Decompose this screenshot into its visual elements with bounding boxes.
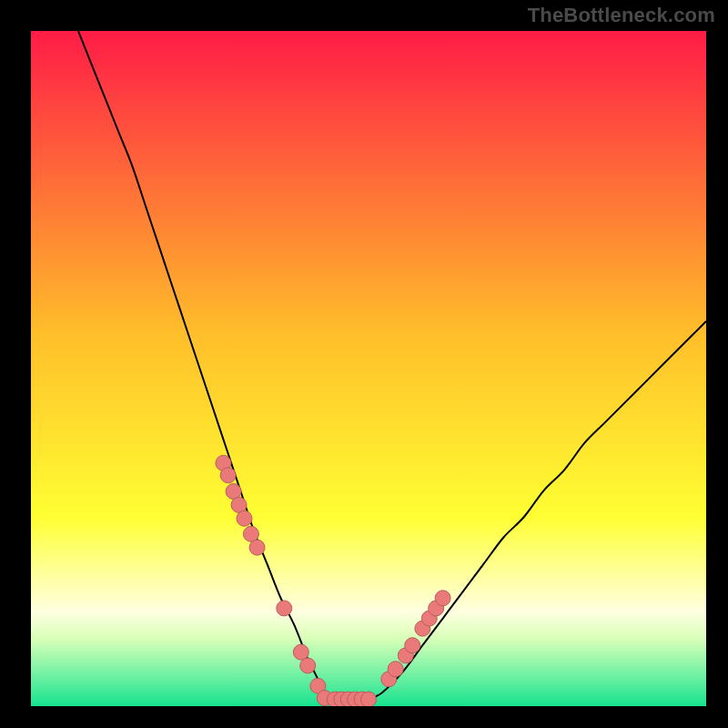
watermark-text: TheBottleneck.com [528,4,715,27]
data-marker [361,692,377,706]
data-marker [220,468,236,483]
chart-background [31,31,706,706]
chart-svg [31,31,706,706]
chart-plot-area [31,31,706,706]
data-marker [405,638,420,653]
data-marker [435,591,450,606]
data-marker [237,511,252,526]
data-marker [249,540,265,555]
data-marker [293,644,308,660]
chart-frame: TheBottleneck.com [0,0,728,728]
data-marker [277,601,292,616]
data-marker [300,658,316,673]
data-marker [388,662,403,677]
